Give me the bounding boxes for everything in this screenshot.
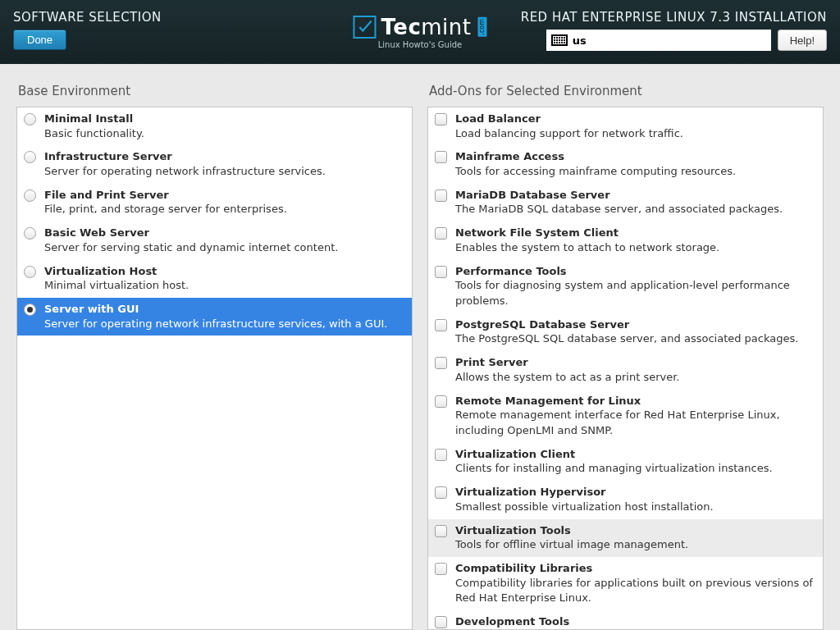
base-env-item[interactable]: Basic Web ServerServer for serving stati… xyxy=(17,221,412,259)
checkbox-icon[interactable] xyxy=(435,525,447,537)
installer-header: SOFTWARE SELECTION Done Tecmint .com Lin… xyxy=(0,0,840,64)
item-desc: Server for operating network infrastruct… xyxy=(44,164,404,180)
addons-header: Add-Ons for Selected Environment xyxy=(427,84,824,98)
addon-item[interactable]: Virtualization HypervisorSmallest possib… xyxy=(428,481,823,518)
radio-icon[interactable] xyxy=(24,151,36,163)
base-env-item[interactable]: Virtualization HostMinimal virtualizatio… xyxy=(17,260,412,298)
addon-item[interactable]: Performance ToolsTools for diagnosing sy… xyxy=(428,260,823,313)
item-title: Compatibility Libraries xyxy=(455,561,815,576)
addon-item[interactable]: Load BalancerLoad balancing support for … xyxy=(428,107,823,145)
item-title: Virtualization Tools xyxy=(455,523,815,538)
item-desc: Allows the system to act as a print serv… xyxy=(455,370,815,386)
addon-item[interactable]: MariaDB Database ServerThe MariaDB SQL d… xyxy=(428,184,823,221)
item-desc: The MariaDB SQL database server, and ass… xyxy=(455,202,815,217)
item-desc: Tools for diagnosing system and applicat… xyxy=(455,278,815,309)
logo-text: Tecmint xyxy=(381,15,471,39)
item-title: Server with GUI xyxy=(44,302,404,317)
addon-item[interactable]: PostgreSQL Database ServerThe PostgreSQL… xyxy=(428,313,823,351)
addons-list[interactable]: Load BalancerLoad balancing support for … xyxy=(427,107,824,630)
item-desc: Enables the system to attach to network … xyxy=(455,240,815,256)
item-desc: File, print, and storage server for ente… xyxy=(44,202,404,217)
checkbox-icon[interactable] xyxy=(435,616,447,628)
keyboard-layout-indicator[interactable]: us xyxy=(546,30,771,51)
item-title: Basic Web Server xyxy=(44,226,404,240)
base-env-item[interactable]: File and Print ServerFile, print, and st… xyxy=(17,184,412,221)
item-title: Network File System Client xyxy=(455,226,815,240)
base-env-item[interactable]: Server with GUIServer for operating netw… xyxy=(17,298,412,336)
addon-item[interactable]: Virtualization ToolsTools for offline vi… xyxy=(428,519,823,557)
item-title: Infrastructure Server xyxy=(44,149,404,164)
header-left: SOFTWARE SELECTION Done xyxy=(13,10,162,50)
base-env-item[interactable]: Minimal InstallBasic functionality. xyxy=(17,107,412,145)
base-env-list[interactable]: Minimal InstallBasic functionality.Infra… xyxy=(16,107,413,630)
checkbox-icon[interactable] xyxy=(435,563,447,575)
screen-title: SOFTWARE SELECTION xyxy=(13,10,162,25)
checkbox-icon[interactable] xyxy=(435,395,447,408)
checkbox-icon[interactable] xyxy=(435,113,447,126)
product-title: RED HAT ENTERPRISE LINUX 7.3 INSTALLATIO… xyxy=(521,10,827,25)
checkbox-icon[interactable] xyxy=(435,151,447,163)
keyboard-layout-label: us xyxy=(573,34,587,47)
item-desc: Server for serving static and dynamic in… xyxy=(44,240,404,256)
item-title: MariaDB Database Server xyxy=(455,188,815,203)
keyboard-icon xyxy=(551,34,568,46)
checkbox-icon[interactable] xyxy=(435,266,447,278)
item-title: Remote Management for Linux xyxy=(455,394,815,409)
item-desc: Tools for offline virtual image manageme… xyxy=(455,537,815,553)
checkbox-icon[interactable] xyxy=(435,227,447,240)
item-desc: Server for operating network infrastruct… xyxy=(44,317,404,332)
item-desc: Clients for installing and managing virt… xyxy=(455,461,815,477)
item-desc: Remote management interface for Red Hat … xyxy=(455,408,815,439)
radio-icon[interactable] xyxy=(24,113,36,126)
header-right: RED HAT ENTERPRISE LINUX 7.3 INSTALLATIO… xyxy=(521,10,827,51)
addons-column: Add-Ons for Selected Environment Load Ba… xyxy=(427,84,824,630)
addon-item[interactable]: Remote Management for LinuxRemote manage… xyxy=(428,390,823,443)
item-title: PostgreSQL Database Server xyxy=(455,317,815,332)
item-title: Minimal Install xyxy=(44,112,404,126)
done-button[interactable]: Done xyxy=(13,30,66,50)
item-desc: Minimal virtualization host. xyxy=(44,278,404,294)
base-env-column: Base Environment Minimal InstallBasic fu… xyxy=(16,84,413,630)
item-title: Load Balancer xyxy=(455,112,815,126)
checkbox-icon[interactable] xyxy=(435,319,447,331)
checkbox-icon[interactable] xyxy=(435,449,447,461)
item-desc: Tools for accessing mainframe computing … xyxy=(455,164,815,180)
radio-icon[interactable] xyxy=(24,266,36,278)
radio-icon[interactable] xyxy=(24,227,36,240)
item-title: Print Server xyxy=(455,355,815,370)
checkbox-icon[interactable] xyxy=(435,486,447,499)
addon-item[interactable]: Development Tools xyxy=(428,610,823,630)
addon-item[interactable]: Virtualization ClientClients for install… xyxy=(428,443,823,481)
addon-item[interactable]: Network File System ClientEnables the sy… xyxy=(428,221,823,259)
logo: Tecmint .com Linux Howto's Guide xyxy=(353,15,486,49)
base-env-header: Base Environment xyxy=(16,84,413,98)
item-desc: Compatibility libraries for applications… xyxy=(455,576,815,607)
item-desc: Basic functionality. xyxy=(44,126,404,142)
checkbox-icon[interactable] xyxy=(435,189,447,202)
check-square-icon xyxy=(353,16,376,39)
help-button[interactable]: Help! xyxy=(778,30,827,51)
checkbox-icon[interactable] xyxy=(435,357,447,369)
item-title: Performance Tools xyxy=(455,264,815,279)
item-title: File and Print Server xyxy=(44,188,404,203)
radio-icon[interactable] xyxy=(24,304,36,316)
item-title: Development Tools xyxy=(455,614,815,629)
radio-icon[interactable] xyxy=(24,189,36,202)
item-desc: The PostgreSQL SQL database server, and … xyxy=(455,331,815,347)
logo-com: .com xyxy=(478,17,487,37)
addon-item[interactable]: Print ServerAllows the system to act as … xyxy=(428,351,823,389)
logo-tagline: Linux Howto's Guide xyxy=(378,40,462,49)
item-title: Mainframe Access xyxy=(455,149,815,164)
item-title: Virtualization Hypervisor xyxy=(455,485,815,500)
addon-item[interactable]: Mainframe AccessTools for accessing main… xyxy=(428,145,823,183)
content: Base Environment Minimal InstallBasic fu… xyxy=(0,64,840,630)
item-desc: Smallest possible virtualization host in… xyxy=(455,500,815,515)
addon-item[interactable]: Compatibility LibrariesCompatibility lib… xyxy=(428,557,823,610)
item-desc: Load balancing support for network traff… xyxy=(455,126,815,142)
base-env-item[interactable]: Infrastructure ServerServer for operatin… xyxy=(17,145,412,183)
item-title: Virtualization Host xyxy=(44,264,404,279)
item-title: Virtualization Client xyxy=(455,447,815,462)
